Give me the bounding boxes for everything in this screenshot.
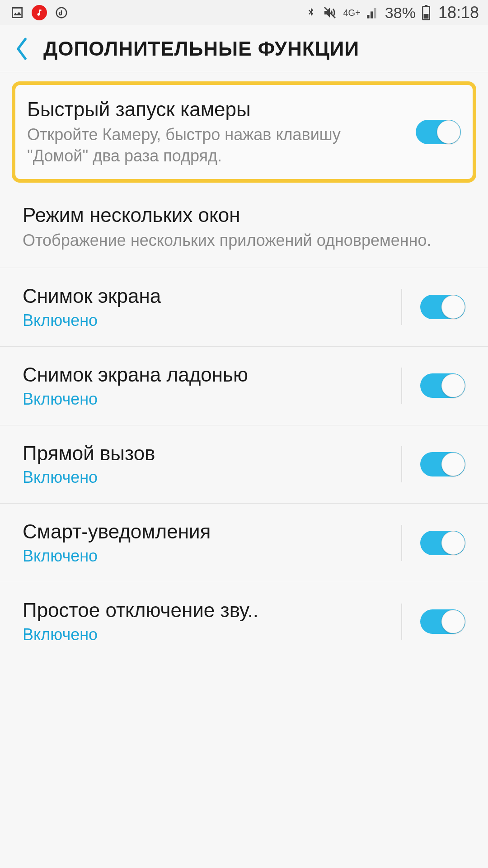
music-app-icon: [32, 5, 47, 20]
bluetooth-icon: [305, 5, 317, 20]
setting-text: Снимок экрана Включено: [23, 284, 401, 330]
signal-icon: [366, 6, 380, 19]
media-icon: [53, 5, 70, 21]
toggle-switch[interactable]: [420, 295, 465, 319]
setting-status: Включено: [23, 468, 388, 487]
toggle-container: [401, 604, 465, 640]
setting-title: Простое отключение зву..: [23, 599, 388, 623]
toggle-switch[interactable]: [420, 452, 465, 476]
setting-status: Включено: [23, 547, 388, 566]
setting-text: Быстрый запуск камеры Откройте Камеру, б…: [27, 98, 416, 166]
settings-list: Быстрый запуск камеры Откройте Камеру, б…: [0, 81, 488, 660]
setting-title: Режим нескольких окон: [23, 203, 452, 227]
gallery-icon: [9, 5, 25, 21]
chevron-left-icon: [14, 37, 29, 61]
toggle-knob: [437, 120, 460, 144]
setting-easy-mute[interactable]: Простое отключение зву.. Включено: [0, 582, 488, 660]
toggle-container: [401, 446, 465, 482]
setting-smart-alert[interactable]: Смарт-уведомления Включено: [0, 504, 488, 582]
setting-direct-call[interactable]: Прямой вызов Включено: [0, 425, 488, 504]
setting-status: Включено: [23, 311, 388, 330]
toggle-knob: [441, 531, 465, 555]
setting-title: Смарт-уведомления: [23, 520, 388, 544]
toggle-container: [416, 114, 461, 150]
toggle-knob: [441, 295, 465, 319]
setting-status: Включено: [23, 625, 388, 644]
toggle-knob: [441, 610, 465, 633]
toggle-container: [401, 525, 465, 561]
page-title: ДОПОЛНИТЕЛЬНЫЕ ФУНКЦИИ: [43, 38, 359, 60]
toggle-switch[interactable]: [420, 531, 465, 555]
toggle-container: [401, 289, 465, 325]
setting-text: Снимок экрана ладонью Включено: [23, 363, 401, 409]
setting-subtitle: Отображение нескольких приложений одновр…: [23, 230, 452, 251]
setting-quick-camera-launch[interactable]: Быстрый запуск камеры Откройте Камеру, б…: [12, 81, 476, 183]
setting-text: Простое отключение зву.. Включено: [23, 599, 401, 644]
setting-title: Снимок экрана: [23, 284, 388, 308]
setting-palm-screenshot[interactable]: Снимок экрана ладонью Включено: [0, 347, 488, 425]
setting-subtitle: Откройте Камеру, быстро нажав клавишу "Д…: [27, 124, 402, 167]
status-left: [9, 5, 70, 21]
network-type-icon: 4G+: [343, 8, 360, 17]
setting-multi-window[interactable]: Режим нескольких окон Отображение нескол…: [0, 187, 488, 268]
setting-title: Быстрый запуск камеры: [27, 98, 402, 122]
status-right: 4G+ 38% 18:18: [305, 3, 479, 22]
setting-text: Смарт-уведомления Включено: [23, 520, 401, 566]
header: ДОПОЛНИТЕЛЬНЫЕ ФУНКЦИИ: [0, 25, 488, 72]
battery-percent: 38%: [385, 4, 416, 22]
svg-rect-3: [425, 5, 427, 6]
clock-text: 18:18: [438, 3, 479, 22]
setting-title: Прямой вызов: [23, 442, 388, 466]
back-button[interactable]: [9, 36, 34, 61]
status-bar: 4G+ 38% 18:18: [0, 0, 488, 25]
toggle-knob: [441, 453, 465, 476]
setting-title: Снимок экрана ладонью: [23, 363, 388, 387]
setting-screenshot[interactable]: Снимок экрана Включено: [0, 268, 488, 347]
toggle-switch[interactable]: [420, 373, 465, 398]
vibrate-icon: [322, 5, 338, 20]
svg-rect-4: [423, 14, 428, 19]
battery-icon: [421, 5, 431, 20]
setting-text: Режим нескольких окон Отображение нескол…: [23, 203, 465, 251]
toggle-container: [401, 368, 465, 404]
setting-text: Прямой вызов Включено: [23, 442, 401, 487]
toggle-knob: [441, 374, 465, 397]
toggle-switch[interactable]: [420, 609, 465, 634]
toggle-switch[interactable]: [416, 120, 461, 144]
setting-status: Включено: [23, 390, 388, 409]
